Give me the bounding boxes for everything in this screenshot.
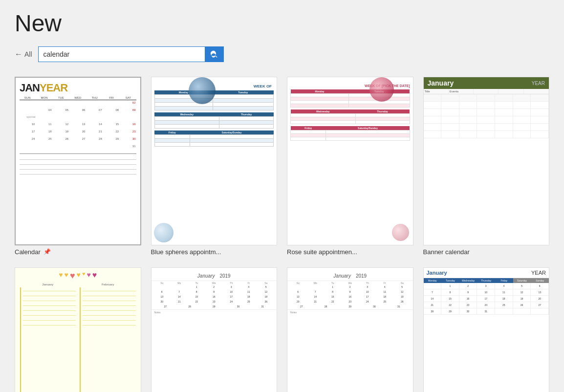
search-button[interactable]: [205, 47, 223, 62]
template-label-rose-suite: Rose suite appointmen...: [287, 248, 357, 256]
template-item-blue-spheres[interactable]: WEEK OF MondayTuesday WednesdayThursday: [151, 77, 278, 256]
banner-calendar-preview: January YEAR TitleEvents: [424, 77, 549, 245]
template-label-banner-calendar: Banner calendar: [423, 248, 470, 256]
template-thumb-2019-cal-1[interactable]: January 2019 SuMoTuWeThFrSa 12345 678910…: [151, 267, 278, 392]
template-thumb-2019-cal-2[interactable]: January 2019 SuMoTuWeThFrSa 12345 678910…: [287, 267, 413, 392]
template-item-calendar[interactable]: JANYEAR SUNMONTUEWEDTHUFRISAT 02 0405060…: [15, 77, 141, 256]
2019-calendar-2-preview: January 2019 SuMoTuWeThFrSa 12345 678910…: [287, 268, 413, 392]
template-item-horizontal-calendar[interactable]: January YEAR MondayTuesdayWednesdayThurs…: [423, 267, 550, 392]
template-item-birthday[interactable]: ♥ ♥ ♥ ♥ ♥ ♥ ♥ January February: [15, 267, 141, 392]
search-icon: [210, 50, 218, 59]
calendar-preview: JANYEAR SUNMONTUEWEDTHUFRISAT 02 0405060…: [16, 78, 140, 244]
template-thumb-horizontal-calendar[interactable]: January YEAR MondayTuesdayWednesdayThurs…: [423, 267, 550, 392]
template-thumb-birthday[interactable]: ♥ ♥ ♥ ♥ ♥ ♥ ♥ January February: [15, 267, 141, 392]
birthday-preview: ♥ ♥ ♥ ♥ ♥ ♥ ♥ January February: [15, 268, 141, 392]
template-item-2019-cal-2[interactable]: January 2019 SuMoTuWeThFrSa 12345 678910…: [287, 267, 413, 392]
template-item-banner-calendar[interactable]: January YEAR TitleEvents Banner calendar: [423, 77, 550, 256]
rose-suite-preview: WEEK OF [PICK THE DATE] MondayTuesday We…: [287, 77, 413, 245]
template-label-calendar: Calendar 📌: [15, 248, 51, 256]
search-input[interactable]: [39, 47, 205, 61]
page-title: New: [15, 10, 549, 37]
template-item-rose-suite[interactable]: WEEK OF [PICK THE DATE] MondayTuesday We…: [287, 77, 413, 256]
horizontal-calendar-preview: January YEAR MondayTuesdayWednesdayThurs…: [424, 268, 549, 392]
template-thumb-blue-spheres[interactable]: WEEK OF MondayTuesday WednesdayThursday: [151, 77, 278, 245]
template-label-blue-spheres: Blue spheres appointm...: [151, 248, 221, 256]
search-row: ← All: [15, 46, 549, 62]
back-arrow-icon: ←: [15, 50, 22, 59]
template-item-2019-cal-1[interactable]: January 2019 SuMoTuWeThFrSa 12345 678910…: [151, 267, 278, 392]
back-button[interactable]: ← All: [15, 50, 32, 59]
template-thumb-rose-suite[interactable]: WEEK OF [PICK THE DATE] MondayTuesday We…: [287, 77, 413, 245]
blue-spheres-preview: WEEK OF MondayTuesday WednesdayThursday: [152, 77, 277, 245]
search-box: [38, 46, 224, 62]
pin-icon: 📌: [43, 248, 51, 255]
template-thumb-calendar[interactable]: JANYEAR SUNMONTUEWEDTHUFRISAT 02 0405060…: [15, 77, 141, 245]
templates-grid: JANYEAR SUNMONTUEWEDTHUFRISAT 02 0405060…: [15, 77, 549, 392]
back-label: All: [24, 50, 32, 58]
template-thumb-banner-calendar[interactable]: January YEAR TitleEvents: [423, 77, 550, 245]
2019-calendar-1-preview: January 2019 SuMoTuWeThFrSa 12345 678910…: [152, 268, 277, 392]
